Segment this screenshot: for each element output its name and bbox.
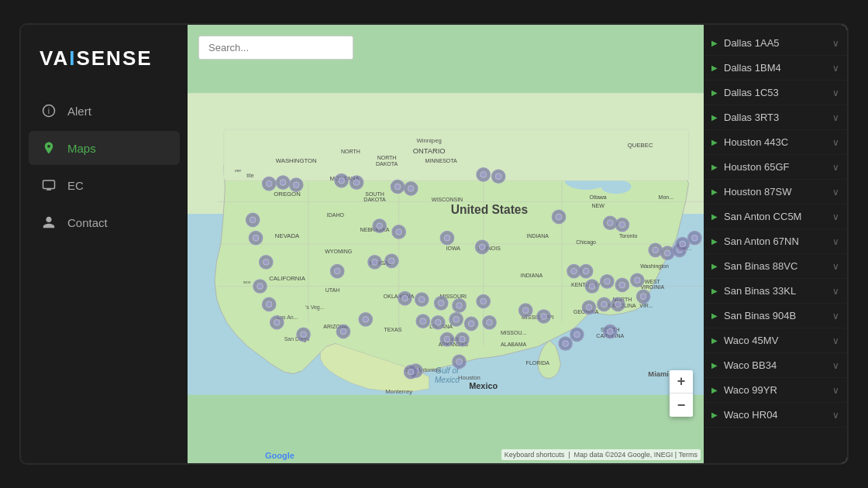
app-frame: VAISENSE i Alert Maps bbox=[19, 23, 849, 465]
sidebar-contact-label: Contact bbox=[67, 216, 108, 229]
map-area: Gulf of Mexico bbox=[188, 25, 704, 463]
play-icon: ▶ bbox=[711, 64, 718, 72]
svg-text:VIRGINIA: VIRGINIA bbox=[640, 284, 664, 290]
svg-point-142 bbox=[615, 301, 621, 308]
play-icon: ▶ bbox=[711, 336, 718, 345]
svg-text:MISSOU...: MISSOU... bbox=[501, 330, 527, 335]
location-item[interactable]: ▶ Waco 99YR ∨ bbox=[704, 378, 847, 403]
svg-point-150 bbox=[372, 259, 378, 265]
chevron-down-icon: ∨ bbox=[832, 385, 839, 396]
location-name: Waco HR04 bbox=[724, 409, 829, 421]
chevron-down-icon: ∨ bbox=[832, 410, 839, 421]
chevron-down-icon: ∨ bbox=[832, 137, 839, 148]
svg-point-182 bbox=[363, 316, 369, 322]
svg-point-134 bbox=[571, 268, 577, 274]
location-item[interactable]: ▶ Houston 87SW ∨ bbox=[704, 180, 847, 204]
location-name: Dallas 1C53 bbox=[724, 87, 829, 98]
app-logo: VAISENSE bbox=[40, 46, 169, 70]
svg-point-196 bbox=[263, 259, 269, 265]
map-data-label: Map data ©2024 Google, INEGI | Terms bbox=[574, 451, 698, 459]
svg-text:i: i bbox=[48, 106, 50, 115]
svg-text:Miami: Miami bbox=[648, 370, 668, 378]
location-item[interactable]: ▶ San Binas 33KL ∨ bbox=[704, 279, 847, 304]
map-container[interactable]: Gulf of Mexico bbox=[188, 25, 704, 463]
svg-text:DAKOTA: DAKOTA bbox=[376, 161, 398, 167]
svg-text:Toronto: Toronto bbox=[619, 233, 637, 239]
svg-text:ttle: ttle bbox=[246, 173, 253, 178]
svg-text:Monterrey: Monterrey bbox=[385, 388, 412, 395]
svg-text:WISCONSIN: WISCONSIN bbox=[432, 197, 463, 202]
svg-point-92 bbox=[353, 180, 360, 186]
maps-icon bbox=[41, 140, 57, 156]
sidebar-ec-label: EC bbox=[67, 179, 84, 192]
play-icon: ▶ bbox=[711, 39, 718, 47]
location-name: Dallas 1BM4 bbox=[724, 62, 829, 74]
chevron-down-icon: ∨ bbox=[832, 360, 839, 371]
svg-point-138 bbox=[601, 301, 608, 308]
location-name: San Binas 33KL bbox=[724, 285, 829, 297]
location-item[interactable]: ▶ San Anton CC5M ∨ bbox=[704, 204, 847, 229]
svg-text:NORTH: NORTH bbox=[377, 155, 397, 160]
location-item[interactable]: ▶ Dallas 1BM4 ∨ bbox=[704, 56, 847, 81]
location-item[interactable]: ▶ Dallas 1AA5 ∨ bbox=[704, 31, 847, 56]
svg-point-102 bbox=[250, 217, 256, 223]
svg-text:Houston: Houston bbox=[458, 374, 480, 381]
chevron-down-icon: ∨ bbox=[832, 211, 839, 222]
location-item[interactable]: ▶ Houston 65GF ∨ bbox=[704, 155, 847, 180]
location-name: Houston 65GF bbox=[724, 161, 829, 173]
sidebar-item-ec[interactable]: EC bbox=[29, 168, 180, 202]
location-item[interactable]: ▶ San Binas 88VC ∨ bbox=[704, 254, 847, 279]
svg-point-100 bbox=[408, 185, 414, 191]
svg-rect-19 bbox=[224, 129, 689, 180]
svg-point-202 bbox=[274, 319, 280, 325]
sidebar-item-contact[interactable]: Contact bbox=[29, 205, 180, 239]
svg-point-184 bbox=[522, 308, 529, 314]
location-item[interactable]: ▶ Dallas 3RT3 ∨ bbox=[704, 105, 847, 130]
sidebar-item-maps[interactable]: Maps bbox=[29, 131, 180, 165]
svg-text:Mexico: Mexico bbox=[469, 381, 498, 390]
location-item[interactable]: ▶ Houston 443C ∨ bbox=[704, 130, 847, 155]
play-icon: ▶ bbox=[711, 411, 718, 419]
location-item[interactable]: ▶ Waco BB34 ∨ bbox=[704, 353, 847, 378]
svg-text:United States: United States bbox=[451, 203, 529, 216]
sidebar-item-alert[interactable]: i Alert bbox=[29, 94, 180, 128]
sidebar-alert-label: Alert bbox=[67, 105, 91, 118]
chevron-down-icon: ∨ bbox=[832, 311, 839, 321]
play-icon: ▶ bbox=[711, 361, 718, 369]
svg-text:ONTARIO: ONTARIO bbox=[413, 147, 446, 155]
sidebar-nav: i Alert Maps bbox=[21, 94, 188, 239]
svg-point-112 bbox=[479, 244, 485, 250]
zoom-in-button[interactable]: + bbox=[670, 370, 693, 393]
svg-point-204 bbox=[334, 268, 340, 274]
svg-text:WASHINGTON: WASHINGTON bbox=[276, 157, 317, 164]
play-icon: ▶ bbox=[711, 262, 718, 270]
location-item[interactable]: ▶ Waco 45MV ∨ bbox=[704, 328, 847, 353]
svg-point-94 bbox=[480, 172, 487, 178]
svg-text:QUEBEC: QUEBEC bbox=[628, 142, 653, 149]
map-attribution: Keyboard shortcuts | Map data ©2024 Goog… bbox=[501, 449, 701, 460]
svg-text:'s Veg...: 's Veg... bbox=[305, 304, 325, 311]
sidebar-maps-label: Maps bbox=[67, 142, 96, 155]
svg-point-158 bbox=[438, 300, 444, 306]
location-name: Waco 99YR bbox=[724, 384, 829, 396]
play-icon: ▶ bbox=[711, 237, 718, 246]
chevron-down-icon: ∨ bbox=[832, 187, 839, 198]
location-item[interactable]: ▶ Waco HR04 ∨ bbox=[704, 403, 847, 428]
search-input[interactable] bbox=[198, 36, 353, 60]
svg-point-178 bbox=[456, 359, 463, 365]
contact-icon bbox=[41, 215, 57, 230]
zoom-out-button[interactable]: − bbox=[670, 393, 693, 417]
svg-text:ver: ver bbox=[235, 167, 242, 173]
play-icon: ▶ bbox=[711, 113, 718, 122]
svg-point-128 bbox=[619, 282, 625, 288]
play-icon: ▶ bbox=[711, 212, 718, 221]
location-item[interactable]: ▶ San Binas 904B ∨ bbox=[704, 304, 847, 328]
location-item[interactable]: ▶ San Anton 67NN ∨ bbox=[704, 229, 847, 254]
svg-text:Winnipeg: Winnipeg bbox=[416, 137, 441, 144]
location-item[interactable]: ▶ Dallas 1C53 ∨ bbox=[704, 81, 847, 105]
chevron-down-icon: ∨ bbox=[832, 38, 839, 49]
svg-point-174 bbox=[444, 336, 450, 342]
svg-point-116 bbox=[607, 220, 613, 226]
svg-text:UTAH: UTAH bbox=[326, 287, 340, 293]
keyboard-shortcuts-link[interactable]: Keyboard shortcuts bbox=[505, 451, 565, 459]
